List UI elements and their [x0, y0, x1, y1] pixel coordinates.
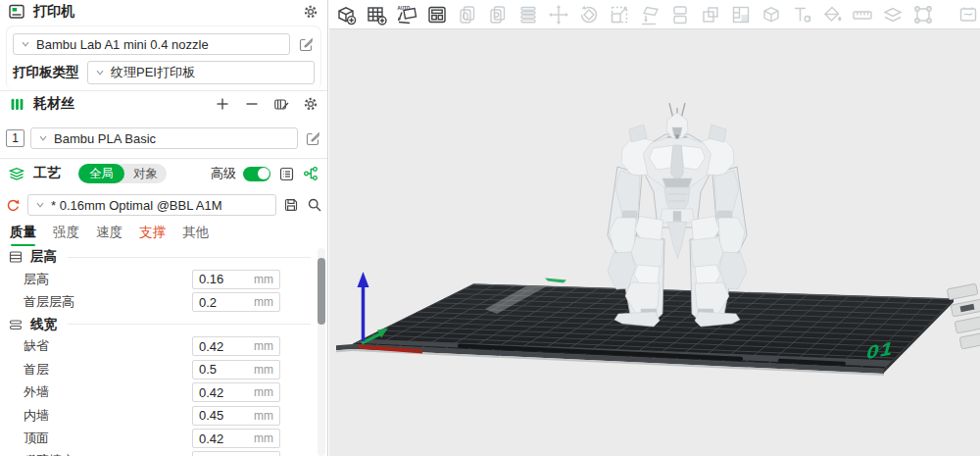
process-tabs: 质量 强度 速度 支撑 其他: [0, 224, 327, 244]
plate-settings-icon[interactable]: [956, 3, 980, 26]
param-row: 缺省 0.42mm: [0, 335, 327, 358]
plate-type-select[interactable]: 纹理PEI打印板: [87, 61, 315, 84]
add-filament-button[interactable]: [214, 95, 231, 113]
viewport-3d: AUTO: [329, 0, 980, 456]
sparse-infill-line-width-input[interactable]: 0.45mm: [192, 451, 280, 456]
param-row: 稀疏填充 0.45mm: [0, 450, 327, 456]
edit-printer-icon[interactable]: [297, 35, 315, 53]
scene-3d[interactable]: 01: [329, 29, 980, 456]
layers-icon[interactable]: [516, 3, 540, 26]
filament-section-title: 耗材丝: [33, 95, 74, 113]
filament-section-header: 耗材丝: [0, 92, 327, 116]
filament-slot-badge[interactable]: 1: [6, 129, 24, 147]
chevron-down-icon: [95, 68, 105, 77]
group-layer-height: 层高: [0, 246, 327, 268]
assembly-icon[interactable]: [881, 3, 905, 26]
param-row: 首层层高 0.2mm: [0, 290, 327, 313]
line-width-icon: [8, 317, 24, 332]
seam-paint-icon[interactable]: [911, 3, 935, 26]
edit-filament-spool-icon[interactable]: [272, 95, 290, 113]
first-layer-line-width-input[interactable]: 0.5mm: [192, 360, 280, 380]
measure-icon[interactable]: [851, 3, 874, 26]
tab-support[interactable]: 支撑: [139, 224, 166, 246]
objects-list-icon[interactable]: [277, 165, 295, 182]
group-line-width: 线宽: [0, 314, 327, 335]
top-surface-line-width-input[interactable]: 0.42mm: [192, 429, 280, 448]
panel-scrollbar[interactable]: [318, 248, 325, 456]
search-preset-icon[interactable]: [306, 196, 323, 214]
param-row: 层高 0.16mm: [0, 268, 327, 290]
process-tree-icon[interactable]: [302, 165, 319, 182]
printer-section-header: 打印机: [0, 0, 327, 24]
param-row: 顶面 0.42mm: [0, 427, 327, 449]
add-object-icon[interactable]: [334, 3, 358, 26]
tab-quality[interactable]: 质量: [10, 224, 36, 246]
first-layer-height-input[interactable]: 0.2mm: [192, 292, 280, 312]
tab-others[interactable]: 其他: [182, 224, 209, 246]
printer-icon: [8, 3, 25, 21]
param-list: 层高 层高 0.16mm 首层层高 0.2mm 线宽 缺省 0.42mm 首层: [0, 246, 327, 456]
process-section-title: 工艺: [33, 165, 61, 182]
chevron-down-icon: [38, 133, 48, 143]
process-icon: [8, 165, 25, 182]
param-row: 首层 0.5mm: [0, 358, 327, 380]
inner-wall-line-width-input[interactable]: 0.45mm: [192, 406, 280, 426]
process-section-header: 工艺 全局 对象 高级: [0, 162, 327, 185]
arrange-icon[interactable]: [425, 3, 449, 26]
advanced-toggle[interactable]: [243, 167, 270, 181]
lay-on-face-icon[interactable]: [638, 3, 662, 26]
advanced-label: 高级: [211, 165, 236, 182]
bambu-studio-window: 打印机 Bambu Lab A1 mini 0.4 nozzle 打印板类型: [0, 0, 980, 456]
outer-wall-line-width-input[interactable]: 0.42mm: [192, 382, 280, 402]
process-preset-select[interactable]: * 0.16mm Optimal @BBL A1M: [27, 194, 276, 216]
split-objects-icon[interactable]: [668, 3, 692, 26]
printer-card: Bambu Lab A1 mini 0.4 nozzle 打印板类型 纹理PEI…: [6, 25, 321, 90]
printer-section-title: 打印机: [33, 3, 74, 21]
add-plate-icon[interactable]: [365, 3, 388, 26]
filament-preset-select[interactable]: Bambu PLA Basic: [30, 127, 298, 149]
scope-global[interactable]: 全局: [78, 164, 124, 183]
split-parts-icon[interactable]: [699, 3, 722, 26]
move-icon[interactable]: [547, 3, 570, 26]
scale-icon[interactable]: [608, 3, 631, 26]
plate-marker: [545, 279, 566, 283]
printer-preset-select[interactable]: Bambu Lab A1 mini 0.4 nozzle: [13, 33, 290, 55]
param-row: 内墙 0.45mm: [0, 404, 327, 427]
doc-zero-icon[interactable]: [456, 3, 479, 26]
scrollbar-thumb[interactable]: [318, 258, 325, 325]
left-panel: 打印机 Bambu Lab A1 mini 0.4 nozzle 打印板类型: [0, 0, 328, 456]
doc-p-icon[interactable]: [486, 3, 510, 26]
layer-height-input[interactable]: 0.16mm: [192, 270, 280, 289]
plate-type-label: 打印板类型: [13, 64, 87, 81]
chevron-down-icon: [35, 200, 45, 210]
param-row: 外墙 0.42mm: [0, 381, 327, 404]
auto-orient-icon[interactable]: AUTO: [395, 3, 418, 26]
edit-filament-icon[interactable]: [304, 129, 321, 147]
rotate-icon[interactable]: [577, 3, 601, 26]
viewport-toolbar: AUTO: [329, 0, 980, 29]
tab-speed[interactable]: 速度: [96, 224, 122, 246]
scope-toggle: 全局 对象: [78, 164, 167, 183]
default-line-width-input[interactable]: 0.42mm: [192, 336, 280, 356]
remove-filament-button[interactable]: [243, 95, 261, 113]
printer-settings-gear-icon[interactable]: [302, 3, 319, 21]
text-tool-icon[interactable]: [790, 3, 813, 26]
variable-layer-height-icon[interactable]: [729, 3, 753, 26]
filament-settings-gear-icon[interactable]: [302, 95, 319, 113]
side-trays: [947, 283, 980, 349]
reset-process-icon[interactable]: [4, 196, 22, 214]
save-preset-icon[interactable]: [282, 196, 300, 214]
filament-icon: [8, 95, 25, 113]
color-paint-icon[interactable]: [820, 3, 844, 26]
mesh-boolean-icon[interactable]: [760, 3, 783, 26]
tab-strength[interactable]: 强度: [53, 224, 79, 246]
layer-height-icon: [8, 249, 24, 265]
scope-object[interactable]: 对象: [124, 166, 167, 182]
chevron-down-icon: [21, 39, 30, 49]
